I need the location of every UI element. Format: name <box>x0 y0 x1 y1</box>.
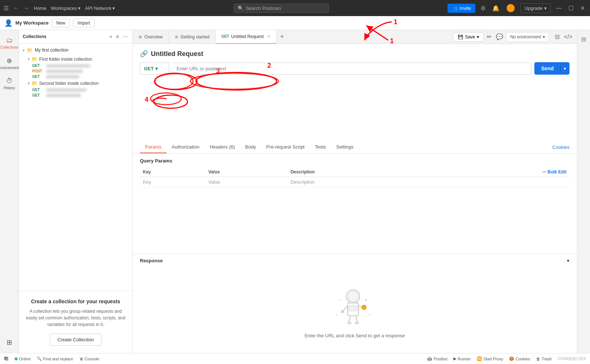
request-item[interactable]: GET <box>19 93 132 98</box>
status-watermark: CSDN@浙江同学 <box>558 356 587 361</box>
filter-button[interactable]: ≡ <box>115 33 120 40</box>
forward-icon[interactable]: → <box>23 5 29 11</box>
sidebar-item-history[interactable]: ⏱ History <box>1 74 18 93</box>
req-tab-settings[interactable]: Settings <box>331 141 359 153</box>
window-minimize-button[interactable]: — <box>554 3 563 13</box>
value-cell[interactable]: Value <box>205 177 288 187</box>
folder-icon-second: 📁 <box>31 80 37 86</box>
sidebar-item-mockservers[interactable]: ⊞ <box>1 335 18 349</box>
response-chevron: ▾ <box>567 258 569 263</box>
url-input[interactable] <box>172 63 531 75</box>
folder-name-second: Second folder inside collection <box>39 81 99 86</box>
url-bar: GET ▾ Send ▾ <box>140 62 569 75</box>
split-view-icon[interactable]: ⊟ <box>553 32 561 42</box>
upgrade-button[interactable]: Upgrade ▾ <box>520 3 551 13</box>
tab-untitled-request[interactable]: GET Untitled Request ✕ <box>216 30 277 44</box>
status-bootcamp-icon: 📚 <box>4 356 9 361</box>
bell-icon[interactable]: 🔔 <box>491 3 501 13</box>
req-tab-body[interactable]: Body <box>240 141 261 153</box>
tab-add-button[interactable]: + <box>277 30 288 44</box>
more-options-button[interactable]: ⋯ <box>122 33 129 40</box>
svg-point-1 <box>348 291 358 301</box>
tab-close-icon[interactable]: ✕ <box>267 34 270 38</box>
req-tab-prerequest[interactable]: Pre-request Script <box>261 141 310 153</box>
key-cell[interactable]: Key <box>140 177 205 187</box>
method-select[interactable]: GET ▾ <box>140 63 169 75</box>
panel-header: Collections + ≡ ⋯ <box>19 30 132 44</box>
status-trash[interactable]: 🗑 Trash <box>536 357 552 361</box>
env-selector[interactable]: No environment ▾ <box>506 32 549 42</box>
create-collection-button[interactable]: Create Collection <box>50 334 102 346</box>
req-tab-params[interactable]: Params <box>140 141 167 153</box>
right-icon-btn-1[interactable]: ⊟ <box>579 34 588 45</box>
save-icon: 💾 <box>458 34 463 40</box>
sidebar-item-collections[interactable]: 🗂 Collections <box>1 34 18 52</box>
new-button[interactable]: New <box>52 19 70 27</box>
collection-item[interactable]: ▾ 📁 My first collection ☆ ⋯ <box>19 45 132 55</box>
req-tab-authorization[interactable]: Authorization <box>167 141 205 153</box>
send-chevron-button[interactable]: ▾ <box>560 63 569 74</box>
bulk-edit-button[interactable]: Bulk Edit <box>548 169 567 175</box>
search-icon: 🔍 <box>238 5 244 11</box>
status-runner[interactable]: ▶ Runner <box>453 356 471 361</box>
save-button[interactable]: 💾 Save ▾ <box>453 32 484 42</box>
add-collection-button[interactable]: + <box>109 33 113 40</box>
request-item[interactable]: GET <box>19 63 132 68</box>
main-layout: 🗂 Collections ⊕ Environments ⏱ History ⊞… <box>0 30 590 353</box>
collection-folder-icon: 📁 <box>27 48 33 53</box>
status-start-proxy[interactable]: 🔀 Start Proxy <box>477 356 503 361</box>
star-button[interactable]: ☆ <box>114 46 120 54</box>
top-nav: ☰ ← → Home Workspaces ▾ API Network ▾ 🔍 … <box>0 0 590 16</box>
settings-icon[interactable]: ⚙ <box>479 3 487 13</box>
collapse-icon: ▾ <box>23 48 25 52</box>
env-chevron: ▾ <box>543 34 545 40</box>
request-item[interactable]: POST <box>19 68 132 74</box>
folder-name-first: First folder inside collection <box>39 57 92 62</box>
tab-overview[interactable]: ⊕ Overview <box>133 30 169 44</box>
status-postbot[interactable]: 🤖 Postbot <box>427 356 447 361</box>
upgrade-chevron: ▾ <box>544 5 547 11</box>
svg-line-4 <box>343 305 348 311</box>
window-maximize-button[interactable]: ☐ <box>567 3 575 13</box>
avatar-icon[interactable]: 🟠 <box>505 2 517 14</box>
overview-tab-icon: ⊕ <box>138 34 142 40</box>
search-bar[interactable]: 🔍 Search Postman <box>234 4 329 13</box>
collection-more-button[interactable]: ⋯ <box>122 46 129 54</box>
send-button[interactable]: Send <box>535 63 560 74</box>
cookies-link[interactable]: Cookies <box>552 142 569 153</box>
status-cookies[interactable]: 🍪 Cookies <box>509 356 530 361</box>
tab-getting-started[interactable]: ⊕ Getting started <box>169 30 216 44</box>
response-header[interactable]: Response ▾ <box>133 254 577 267</box>
home-link[interactable]: Home <box>34 5 47 11</box>
create-collection-title: Create a collection for your requests <box>25 299 126 304</box>
description-cell[interactable]: Description <box>287 177 427 187</box>
code-icon[interactable]: </> <box>563 32 574 42</box>
get-tab-badge: GET <box>222 34 229 38</box>
back-icon[interactable]: ← <box>13 5 19 11</box>
req-tab-headers[interactable]: Headers (6) <box>205 141 240 153</box>
svg-point-10 <box>347 322 352 324</box>
folder-icon-first: 📁 <box>31 56 37 62</box>
request-item[interactable]: GET <box>19 74 132 79</box>
getting-started-tab-icon: ⊕ <box>175 34 178 40</box>
import-button[interactable]: Import <box>73 19 95 27</box>
method-get-badge: GET <box>32 64 44 68</box>
api-network-link[interactable]: API Network ▾ <box>85 5 115 11</box>
status-online[interactable]: Online <box>15 357 31 361</box>
workspace-name: My Workspace <box>15 20 49 26</box>
folder-item-second[interactable]: ▾ 📁 Second folder inside collection <box>19 79 132 87</box>
comment-icon[interactable]: 💬 <box>494 32 505 42</box>
workspaces-link[interactable]: Workspaces ▾ <box>51 5 81 11</box>
status-console[interactable]: 🖥 Console <box>79 357 99 361</box>
folder-item-first[interactable]: ▾ 📁 First folder inside collection <box>19 55 132 63</box>
hamburger-icon[interactable]: ☰ <box>4 5 9 12</box>
req-tab-tests[interactable]: Tests <box>310 141 331 153</box>
window-close-button[interactable]: ✕ <box>579 3 586 13</box>
sidebar-item-environments[interactable]: ⊕ Environments <box>1 54 18 73</box>
edit-icon[interactable]: ✏ <box>485 32 493 42</box>
params-row: Key Value Description <box>140 177 569 187</box>
invite-button[interactable]: 👥 Invite <box>448 4 475 13</box>
description-column-header: Description <box>287 167 427 177</box>
request-item[interactable]: GET <box>19 87 132 93</box>
status-find-replace[interactable]: 🔍 Find and replace <box>37 356 73 361</box>
